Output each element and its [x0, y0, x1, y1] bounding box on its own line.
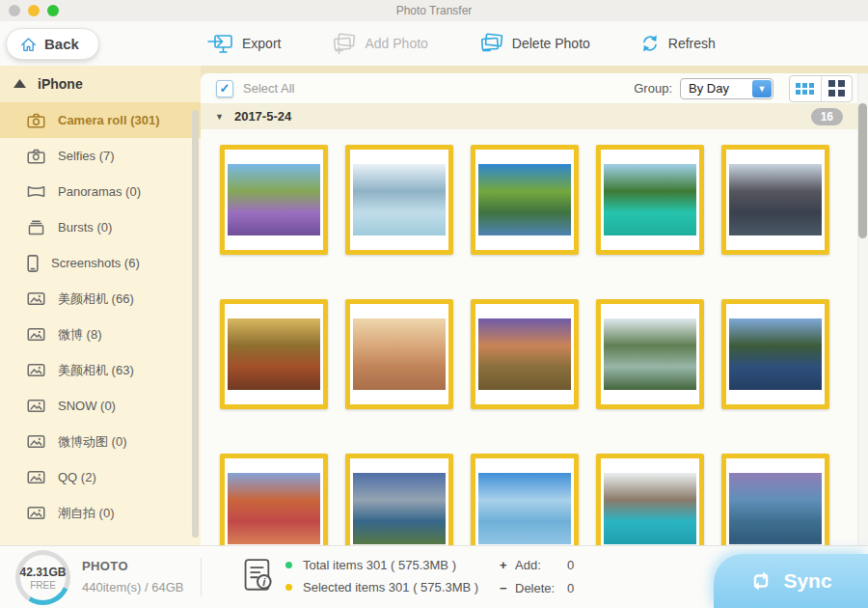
photo-image — [478, 318, 571, 390]
album-icon — [27, 399, 45, 413]
device-header[interactable]: iPhone — [0, 66, 201, 102]
photo-thumbnail-fantasy-bridge-lake[interactable] — [471, 454, 579, 545]
window-titlebar: Photo Transfer — [0, 0, 868, 21]
sidebar-item-meiyan-63[interactable]: 美颜相机 (63) — [0, 352, 201, 388]
photo-image — [478, 164, 571, 235]
main-panel: ✓ Select All Group: By Day ▼ ▼ 2017-5-24… — [201, 73, 868, 545]
photo-thumbnail-blue-lake-mirror[interactable] — [721, 299, 829, 409]
photo-image — [353, 318, 446, 390]
sidebar-item-chaozipai[interactable]: 潮自拍 (0) — [0, 495, 201, 531]
small-grid-view-button[interactable] — [790, 76, 821, 101]
sidebar-item-label: Bursts (0) — [58, 220, 112, 235]
sidebar: iPhone Camera roll (301)Selfies (7)Panor… — [0, 66, 201, 545]
group-by-value: By Day — [689, 81, 729, 96]
photo-thumbnail-island-twilight-sea[interactable] — [721, 454, 829, 545]
add-photo-icon — [331, 33, 356, 54]
photo-image — [604, 164, 696, 235]
sidebar-item-snow[interactable]: SNOW (0) — [0, 388, 201, 424]
panorama-icon — [27, 184, 45, 199]
large-grid-view-button[interactable] — [821, 76, 853, 101]
photo-image — [228, 164, 320, 235]
selected-dot — [285, 584, 292, 591]
phone-icon — [27, 255, 39, 272]
select-all-checkbox[interactable]: ✓ — [216, 80, 233, 97]
zoom-button[interactable] — [47, 5, 59, 16]
sidebar-item-meiyan-66[interactable]: 美颜相机 (66) — [0, 281, 201, 317]
sidebar-item-screenshots[interactable]: Screenshots (6) — [0, 245, 201, 281]
sidebar-item-qq[interactable]: QQ (2) — [0, 459, 201, 495]
sidebar-item-camera-roll[interactable]: Camera roll (301) — [0, 102, 201, 138]
eject-icon[interactable] — [13, 78, 27, 90]
window-title: Photo Transfer — [0, 0, 868, 21]
photo-thumbnail-green-lake-hills[interactable] — [471, 145, 579, 255]
collapse-caret-icon[interactable]: ▼ — [215, 112, 224, 122]
sidebar-item-bursts[interactable]: Bursts (0) — [0, 209, 201, 245]
bursts-icon — [27, 220, 45, 235]
photo-thumbnail-misty-sun-rays[interactable] — [345, 299, 453, 409]
photo-thumbnail-river-valley-forest[interactable] — [345, 454, 453, 545]
selected-items-text: Selected items 301 ( 575.3MB ) — [303, 580, 478, 594]
sidebar-item-panoramas[interactable]: Panoramas (0) — [0, 174, 201, 209]
sync-button[interactable]: Sync — [714, 554, 868, 608]
photo-image — [604, 473, 696, 544]
home-icon — [20, 37, 37, 52]
selfie-icon — [27, 149, 45, 164]
sidebar-item-label: 微博 (8) — [58, 326, 102, 344]
minimize-button[interactable] — [28, 5, 40, 16]
sidebar-item-label: 美颜相机 (63) — [58, 362, 134, 379]
photo-thumbnail-turquoise-moraine-lake[interactable] — [596, 454, 704, 545]
total-dot — [285, 562, 292, 568]
date-group-header[interactable]: ▼ 2017-5-24 16 — [201, 103, 868, 129]
storage-category-detail: 440item(s) / 64GB — [82, 580, 184, 594]
group-by-select[interactable]: By Day ▼ — [680, 78, 773, 99]
photo-thumbnail-painted-village-path[interactable] — [220, 454, 328, 545]
album-icon — [27, 291, 45, 306]
add-photo-button[interactable]: Add Photo — [331, 33, 427, 54]
sidebar-item-label: SNOW (0) — [58, 399, 116, 413]
photo-thumbnail-karst-mountains-dusk[interactable] — [721, 145, 829, 255]
large-grid-icon — [828, 80, 845, 97]
photo-image — [729, 473, 822, 544]
sidebar-item-selfies[interactable]: Selfies (7) — [0, 138, 201, 174]
free-space-label: FREE — [30, 580, 56, 591]
refresh-button[interactable]: Refresh — [640, 34, 716, 53]
photo-thumbnail-tropical-lagoon-huts[interactable] — [596, 145, 704, 255]
photo-thumbnail-autumn-forest-path[interactable] — [220, 299, 328, 409]
traffic-lights[interactable] — [9, 5, 59, 16]
photo-image — [604, 318, 696, 390]
chevron-down-icon: ▼ — [752, 80, 772, 97]
photo-thumbnail-lavender-field-farm[interactable] — [220, 145, 328, 255]
close-button[interactable] — [9, 5, 20, 16]
photo-image — [353, 164, 446, 235]
count-badge: 16 — [811, 108, 843, 125]
free-space-value: 42.31GB — [19, 566, 66, 579]
sidebar-item-label: Camera roll (301) — [58, 113, 160, 127]
album-icon — [27, 327, 45, 342]
storage-category-title: PHOTO — [82, 559, 184, 573]
sidebar-item-label: 美颜相机 (66) — [58, 290, 134, 308]
camera-icon — [27, 113, 45, 128]
photo-image — [353, 473, 446, 544]
sidebar-scrollbar[interactable] — [192, 110, 199, 538]
sidebar-item-label: 潮自拍 (0) — [58, 505, 115, 522]
photo-thumbnail-snowy-peaks-green-lake[interactable] — [596, 299, 704, 409]
album-icon — [27, 506, 45, 520]
status-bar: 42.31GB FREE PHOTO 440item(s) / 64GB i T… — [0, 545, 868, 608]
device-name: iPhone — [38, 76, 83, 92]
sidebar-item-label: QQ (2) — [58, 470, 96, 484]
album-icon — [27, 434, 45, 449]
export-button[interactable]: Export — [206, 34, 281, 54]
sync-label: Sync — [783, 569, 831, 593]
minus-icon: − — [500, 581, 515, 595]
photo-image — [729, 164, 822, 235]
photo-thumbnail-snowy-mountain-lake[interactable] — [345, 145, 453, 255]
back-button[interactable]: Back — [6, 28, 99, 60]
sidebar-item-weibo-gif[interactable]: 微博动图 (0) — [0, 424, 201, 459]
add-label: Add: — [515, 558, 567, 572]
album-icon — [27, 470, 45, 484]
content-scrollbar-thumb[interactable] — [858, 103, 867, 238]
photo-thumbnail-sunset-meadow-tree[interactable] — [471, 299, 579, 409]
sidebar-item-weibo-8[interactable]: 微博 (8) — [0, 317, 201, 352]
view-toggle — [789, 75, 853, 102]
delete-photo-button[interactable]: Delete Photo — [478, 33, 590, 54]
